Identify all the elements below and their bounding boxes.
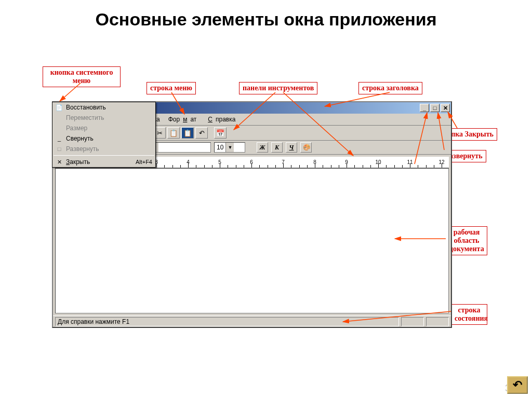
status-cell <box>401 317 424 326</box>
datetime-icon[interactable]: 📅 <box>214 127 227 139</box>
minimize-button[interactable]: _ <box>420 104 429 112</box>
label-statusbar: строка состояния <box>451 304 487 325</box>
system-menu: 📄 Восстановить Переместить Размер _ Свер… <box>52 102 156 168</box>
font-size-value: 10 <box>217 144 223 151</box>
slide-title: Основные элементы окна приложения <box>0 9 532 30</box>
sysmenu-maximize: □ Развернуть <box>52 144 155 154</box>
document-area[interactable] <box>55 168 449 313</box>
close-icon: ✕ <box>443 105 448 112</box>
status-cell <box>426 317 449 326</box>
color-button[interactable]: 🎨 <box>300 142 312 153</box>
close-icon: ✕ <box>56 159 63 166</box>
menu-item[interactable]: Формат <box>165 115 200 123</box>
copy-icon[interactable]: 📋 <box>167 127 180 139</box>
close-button[interactable]: ✕ <box>441 104 450 112</box>
label-workarea: рабочая область документа <box>446 226 487 255</box>
nav-return-button[interactable]: ↶ <box>507 376 528 394</box>
minimize-icon: _ <box>56 135 63 142</box>
restore-icon: 📄 <box>56 104 63 111</box>
minimize-icon: _ <box>423 105 426 111</box>
sysmenu-move: Переместить <box>52 113 155 123</box>
return-icon: ↶ <box>513 378 522 392</box>
label-sysmenu: кнопка системного меню <box>43 66 121 87</box>
maximize-icon: □ <box>433 105 437 111</box>
sysmenu-minimize[interactable]: _ Свернуть <box>52 133 155 144</box>
label-toolbars: панели инструментов <box>239 82 317 94</box>
label-titlebar: строка заголовка <box>358 82 422 94</box>
menu-item[interactable]: Справка <box>202 115 238 123</box>
paste-icon[interactable]: 📋 <box>181 127 194 139</box>
status-text: Для справки нажмите F1 <box>55 317 399 326</box>
italic-button[interactable]: К <box>271 142 283 153</box>
maximize-icon: □ <box>56 146 63 152</box>
sysmenu-restore[interactable]: 📄 Восстановить <box>52 102 155 113</box>
undo-icon[interactable]: ↶ <box>195 127 208 139</box>
statusbar: Для справки нажмите F1 <box>53 315 451 327</box>
font-size-combo[interactable]: 10 ▼ <box>214 142 245 153</box>
underline-button[interactable]: Ч <box>286 142 297 153</box>
chevron-down-icon: ▼ <box>225 143 234 152</box>
sysmenu-size: Размер <box>52 123 155 133</box>
sysmenu-close[interactable]: ✕ Закрыть Alt+F4 <box>52 157 155 167</box>
label-menubar: строка меню <box>147 82 196 94</box>
shortcut-text: Alt+F4 <box>136 159 152 165</box>
maximize-button[interactable]: □ <box>430 104 440 112</box>
bold-button[interactable]: Ж <box>257 142 268 153</box>
